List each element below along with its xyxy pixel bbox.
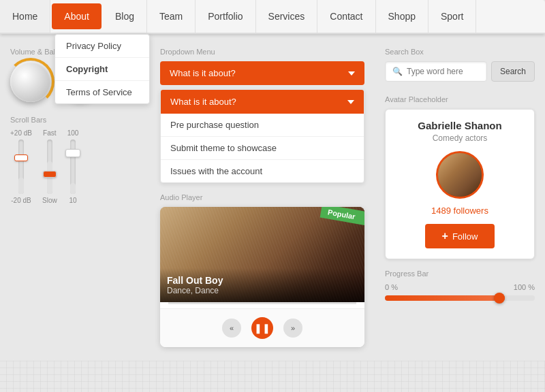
dropdown-ui-label: Dropdown Menu <box>160 48 364 56</box>
sliders-area: +20 dB -20 dB Fast <box>10 129 140 204</box>
slider3-top-label: 100 <box>67 129 79 137</box>
dropdown-option-1[interactable]: Pre purchase question <box>161 114 364 137</box>
dropdown-option-2[interactable]: Submit theme to showcase <box>161 137 364 160</box>
scroll-section-label: Scroll Bars <box>10 116 140 124</box>
dropdown-select-1-text: What is it about? <box>170 68 236 78</box>
slider1-bottom-label: -20 dB <box>11 197 31 204</box>
nav-shopp[interactable]: Shopp <box>376 0 429 33</box>
slider3-track[interactable] <box>70 140 76 194</box>
slider-col-3: 100 10 <box>67 129 79 204</box>
progress-track[interactable] <box>385 295 535 301</box>
search-section-label: Search Box <box>385 48 535 56</box>
followers-count: 1489 followers <box>396 206 524 216</box>
about-dropdown-menu: Privacy Policy Copyright Terms of Servic… <box>54 34 150 104</box>
forward-button[interactable]: » <box>283 318 302 338</box>
slider2-track[interactable] <box>47 140 52 194</box>
audio-controls: « ❚❚ » <box>160 308 364 347</box>
scroll-section: Scroll Bars +20 dB -20 dB Fast <box>10 116 140 204</box>
middle-column: Dropdown Menu What is it about? What is … <box>150 41 375 354</box>
dropdown-item-terms[interactable]: Terms of Service <box>55 81 149 103</box>
dropdown-open-header[interactable]: What is it about? <box>161 90 364 114</box>
slider2-top-label: Fast <box>43 129 56 137</box>
avatar-name: Gabrielle Shanon <box>396 120 524 131</box>
progress-labels: 0 % 100 % <box>385 283 535 291</box>
volume-knob[interactable] <box>10 61 51 102</box>
slider2-thumb[interactable] <box>43 171 57 178</box>
slider-col-1: +20 dB -20 dB <box>10 129 32 204</box>
slider1-thumb[interactable] <box>14 154 28 161</box>
audio-artwork: Popular Fall Out Boy Dance, Dance <box>160 207 364 302</box>
audio-artist: Dance, Dance <box>167 286 358 295</box>
avatar-card: Gabrielle Shanon Comedy actors 1489 foll… <box>385 109 535 259</box>
rewind-button[interactable]: « <box>222 318 241 338</box>
audio-section-label: Audio Player <box>160 193 364 201</box>
nav-services[interactable]: Services <box>256 0 318 33</box>
avatar-section-label: Avatar Placeholder <box>385 95 535 103</box>
dropdown-item-privacy[interactable]: Privacy Policy <box>55 35 149 58</box>
slider3-thumb[interactable] <box>65 149 80 157</box>
dropdown-item-copyright[interactable]: Copyright <box>55 58 149 81</box>
nav-portfolio[interactable]: Portfolio <box>196 0 255 33</box>
avatar-role: Comedy actors <box>396 133 524 143</box>
navbar: Home About Blog Team Portfolio Services … <box>0 0 545 34</box>
search-button[interactable]: Search <box>491 61 535 82</box>
pause-button[interactable]: ❚❚ <box>251 317 273 339</box>
slider-col-2: Fast Slow <box>42 129 57 204</box>
slider3-bottom-label: 10 <box>69 197 76 204</box>
audio-song-title: Fall Out Boy <box>167 275 358 286</box>
dropdown-select-1[interactable]: What is it about? <box>160 61 364 85</box>
nav-contact[interactable]: Contact <box>317 0 375 33</box>
slider1-track[interactable] <box>18 140 24 194</box>
follow-label: Follow <box>452 231 478 242</box>
dropdown-ui-section: Dropdown Menu What is it about? What is … <box>160 48 364 183</box>
search-box-area: 🔍 Search <box>385 61 535 82</box>
nav-home[interactable]: Home <box>0 0 50 33</box>
right-column: Search Box 🔍 Search Avatar Placeholder G… <box>375 41 545 354</box>
dropdown-arrow-2 <box>347 100 354 104</box>
search-input[interactable] <box>407 67 480 76</box>
search-section: Search Box 🔍 Search <box>385 48 535 82</box>
search-input-wrap: 🔍 <box>385 61 487 82</box>
nav-team[interactable]: Team <box>147 0 196 33</box>
search-icon: 🔍 <box>392 67 403 76</box>
dropdown-arrow-1 <box>348 71 355 76</box>
audio-player-section: Audio Player Popular Fall Out Boy Dance,… <box>160 193 364 347</box>
audio-info-overlay: Fall Out Boy Dance, Dance <box>160 268 364 302</box>
audio-player: Popular Fall Out Boy Dance, Dance « ❚❚ » <box>160 207 364 347</box>
progress-left-label: 0 % <box>385 283 398 291</box>
slider1-top-label: +20 dB <box>10 129 32 137</box>
follow-button[interactable]: + Follow <box>425 224 495 248</box>
progress-section: Progress Bar 0 % 100 % <box>385 270 535 301</box>
avatar-image <box>436 151 484 199</box>
progress-right-label: 100 % <box>514 283 535 291</box>
dropdown-option-3[interactable]: Issues with the account <box>161 160 364 182</box>
progress-fill <box>385 295 505 301</box>
nav-about[interactable]: About <box>52 3 102 29</box>
progress-section-label: Progress Bar <box>385 270 535 278</box>
nav-blog[interactable]: Blog <box>103 0 147 33</box>
nav-sport[interactable]: Sport <box>429 0 476 33</box>
knob-ring <box>7 58 54 105</box>
dropdown-select-2-text: What is it about? <box>170 97 236 107</box>
follow-plus-icon: + <box>442 230 448 242</box>
progress-thumb[interactable] <box>494 293 505 304</box>
slider2-bottom-label: Slow <box>42 197 57 204</box>
dropdown-open-2: What is it about? Pre purchase question … <box>160 89 364 183</box>
audio-progress-bar[interactable] <box>168 302 356 304</box>
